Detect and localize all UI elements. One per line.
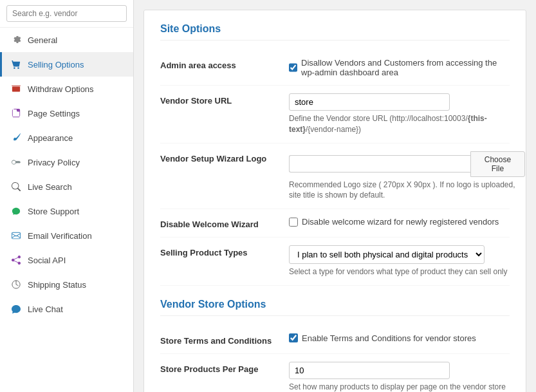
store-products-per-page-input[interactable] xyxy=(289,362,450,379)
chat-icon xyxy=(10,303,23,315)
sidebar-item-general[interactable]: General xyxy=(0,28,133,52)
store-products-per-page-control: Set how many products to display per pag… xyxy=(289,362,510,392)
store-terms-control: Enable Terms and Conditions for vendor s… xyxy=(289,333,510,343)
vendor-setup-logo-row: Vendor Setup Wizard Logo Choose File Rec… xyxy=(160,144,510,210)
page-icon xyxy=(10,107,23,120)
key-icon xyxy=(10,156,23,169)
sidebar-item-selling-options-label: Selling Options xyxy=(28,60,84,70)
sidebar-item-email-verification-label: Email Verification xyxy=(28,231,92,241)
sidebar-item-live-search[interactable]: Live Search xyxy=(0,174,133,199)
store-terms-checkbox-label: Enable Terms and Conditions for vendor s… xyxy=(302,333,476,343)
shipping-icon xyxy=(10,278,23,291)
vendor-logo-file-input[interactable] xyxy=(289,155,470,173)
vendor-store-url-control: Define the Vendor store URL (http://loca… xyxy=(289,93,510,135)
sidebar-item-email-verification[interactable]: Email Verification xyxy=(0,223,133,248)
sidebar-search-input[interactable] xyxy=(6,5,127,22)
vendor-setup-logo-control: Choose File Recommended Logo size ( 270p… xyxy=(289,151,525,201)
site-options-title: Site Options xyxy=(160,23,510,41)
store-terms-label: Store Terms and Conditions xyxy=(160,333,289,346)
sidebar-search-container xyxy=(0,0,133,28)
gear-icon xyxy=(10,33,23,46)
sidebar: GeneralSelling OptionsWithdraw OptionsPa… xyxy=(0,0,134,392)
vendor-store-url-input[interactable] xyxy=(289,93,450,111)
disable-welcome-wizard-label: Disable Welcome Wizard xyxy=(160,217,289,229)
sidebar-item-privacy-policy[interactable]: Privacy Policy xyxy=(0,150,133,174)
selling-product-types-select[interactable]: I plan to sell both physical and digital… xyxy=(289,245,485,264)
sidebar-item-social-api-label: Social API xyxy=(28,256,66,265)
store-products-per-page-hint: Set how many products to display per pag… xyxy=(289,382,510,392)
withdraw-icon xyxy=(10,82,23,95)
sidebar-item-selling-options[interactable]: Selling Options xyxy=(0,52,133,77)
email-icon xyxy=(10,229,23,242)
admin-area-access-label: Admin area access xyxy=(160,58,289,70)
sidebar-item-social-api[interactable]: Social API xyxy=(0,248,133,272)
main-content: Site Options Admin area access Disallow … xyxy=(134,0,536,392)
brush-icon xyxy=(10,131,23,144)
sidebar-item-general-label: General xyxy=(28,35,57,45)
sidebar-item-appearance-label: Appearance xyxy=(28,133,73,143)
sidebar-item-withdraw-options[interactable]: Withdraw Options xyxy=(0,77,133,101)
sidebar-item-store-support-label: Store Support xyxy=(28,207,79,216)
vendor-store-url-row: Vendor Store URL Define the Vendor store… xyxy=(160,86,510,144)
sidebar-item-shipping-status-label: Shipping Status xyxy=(28,280,86,290)
selling-product-types-label: Selling Product Types xyxy=(160,245,289,257)
store-products-per-page-label: Store Products Per Page xyxy=(160,362,289,374)
sidebar-item-live-search-label: Live Search xyxy=(28,182,72,192)
disable-welcome-wizard-control: Disable welcome wizard for newly registe… xyxy=(289,217,510,227)
vendor-setup-logo-label: Vendor Setup Wizard Logo xyxy=(160,151,289,163)
search-icon xyxy=(10,180,23,193)
sidebar-item-shipping-status[interactable]: Shipping Status xyxy=(0,272,133,297)
store-terms-row: Store Terms and Conditions Enable Terms … xyxy=(160,326,510,354)
selling-product-types-row: Selling Product Types I plan to sell bot… xyxy=(160,238,510,286)
sidebar-item-store-support[interactable]: Store Support xyxy=(0,199,133,223)
sidebar-nav: GeneralSelling OptionsWithdraw OptionsPa… xyxy=(0,28,133,321)
cart-icon xyxy=(10,58,23,71)
vendor-store-url-label: Vendor Store URL xyxy=(160,93,289,106)
sidebar-item-privacy-policy-label: Privacy Policy xyxy=(28,158,80,167)
vendor-store-url-hint: Define the Vendor store URL (http://loca… xyxy=(289,113,510,135)
selling-product-types-control: I plan to sell both physical and digital… xyxy=(289,245,510,277)
sidebar-item-page-settings-label: Page Settings xyxy=(28,109,80,118)
sidebar-item-appearance[interactable]: Appearance xyxy=(0,126,133,150)
admin-area-access-checkbox[interactable] xyxy=(289,63,297,72)
vendor-store-options-title: Vendor Store Options xyxy=(160,299,510,316)
disable-welcome-wizard-checkbox[interactable] xyxy=(289,218,298,227)
content-area: Site Options Admin area access Disallow … xyxy=(143,10,526,392)
vendor-logo-hint: Recommended Logo size ( 270px X 90px ). … xyxy=(289,180,525,201)
choose-file-button[interactable]: Choose File xyxy=(470,151,526,177)
sidebar-item-page-settings[interactable]: Page Settings xyxy=(0,101,133,126)
support-icon xyxy=(10,205,23,218)
selling-product-types-hint: Select a type for vendors what type of p… xyxy=(289,266,510,277)
admin-area-access-checkbox-label: Disallow Vendors and Customers from acce… xyxy=(301,58,510,77)
admin-area-access-control: Disallow Vendors and Customers from acce… xyxy=(289,58,510,77)
svg-rect-0 xyxy=(12,87,20,92)
sidebar-item-live-chat-label: Live Chat xyxy=(28,304,63,314)
social-icon xyxy=(10,254,23,266)
disable-welcome-wizard-checkbox-label: Disable welcome wizard for newly registe… xyxy=(302,217,499,227)
disable-welcome-wizard-row: Disable Welcome Wizard Disable welcome w… xyxy=(160,209,510,238)
sidebar-item-live-chat[interactable]: Live Chat xyxy=(0,297,133,321)
admin-area-access-row: Admin area access Disallow Vendors and C… xyxy=(160,50,510,86)
sidebar-item-withdraw-options-label: Withdraw Options xyxy=(28,84,94,94)
store-products-per-page-row: Store Products Per Page Set how many pro… xyxy=(160,354,510,392)
store-terms-checkbox[interactable] xyxy=(289,333,298,342)
